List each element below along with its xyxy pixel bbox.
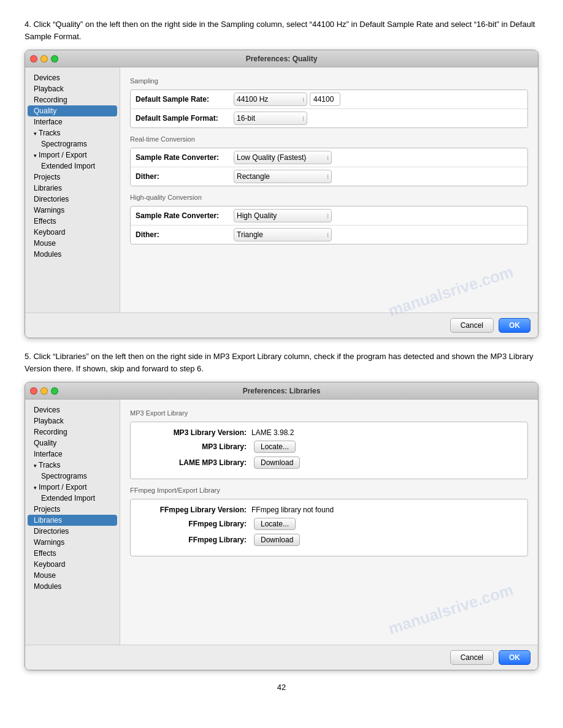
sidebar-item-recording-1[interactable]: Recording (25, 94, 120, 105)
sidebar-item-playback-2[interactable]: Playback (25, 415, 120, 427)
titlebar-buttons-1 (30, 55, 58, 63)
intro-text-2: 5. Click “Libraries” on the left then on… (25, 351, 538, 374)
sampling-box: Default Sample Rate: 44100 Hz ⁝ Default … (130, 89, 528, 128)
select-arrows-4: ⁝ (327, 173, 329, 180)
mp3-version-value: LAME 3.98.2 (251, 428, 520, 437)
sidebar-item-directories-2[interactable]: Directories (25, 526, 120, 537)
hq-sample-rate-select[interactable]: High Quality ⁝ (234, 209, 332, 222)
sidebar-item-mouse-1[interactable]: Mouse (25, 238, 120, 249)
hq-dither-label: Dither: (136, 230, 234, 239)
sample-rate-label: Default Sample Rate: (136, 95, 234, 104)
sidebar-item-interface-2[interactable]: Interface (25, 449, 120, 460)
sidebar-item-directories-1[interactable]: Directories (25, 194, 120, 205)
ffmpeg-version-value: FFmpeg library not found (251, 506, 520, 514)
sidebar-item-extimport-2[interactable]: Extended Import (25, 493, 120, 504)
sidebar-item-modules-2[interactable]: Modules (25, 581, 120, 592)
ffmpeg-version-row: FFmpeg Library Version: FFmpeg library n… (138, 506, 520, 514)
mp3-library-row: MP3 Library: Locate... (138, 441, 520, 453)
mp3-section-label: MP3 Export Library (130, 409, 528, 417)
minimize-btn-1[interactable] (40, 55, 48, 63)
minimize-btn-2[interactable] (40, 387, 48, 395)
sidebar-item-modules-1[interactable]: Modules (25, 249, 120, 260)
sampling-section-label: Sampling (130, 77, 528, 85)
sidebar-item-keyboard-2[interactable]: Keyboard (25, 559, 120, 570)
ffmpeg-download-controls: Download (251, 534, 520, 546)
mp3-locate-button[interactable]: Locate... (254, 441, 296, 453)
rt-dither-select[interactable]: Rectangle ⁝ (234, 170, 332, 183)
maximize-btn-1[interactable] (51, 55, 58, 63)
sidebar-item-libraries-2[interactable]: Libraries (28, 515, 117, 526)
sidebar-item-effects-2[interactable]: Effects (25, 548, 120, 559)
ffmpeg-library-row: FFmpeg Library: Locate... (138, 518, 520, 530)
rt-sample-rate-row: Sample Rate Converter: Low Quality (Fast… (131, 148, 527, 167)
sample-format-row: Default Sample Format: 16-bit ⁝ (131, 109, 527, 127)
close-btn-2[interactable] (30, 387, 37, 395)
maximize-btn-2[interactable] (51, 387, 58, 395)
select-arrows-6: ⁝ (327, 232, 329, 238)
close-btn-1[interactable] (30, 55, 37, 63)
sidebar-item-keyboard-1[interactable]: Keyboard (25, 227, 120, 238)
ok-button-2[interactable]: OK (499, 650, 530, 665)
ffmpeg-version-label: FFmpeg Library Version: (138, 506, 251, 514)
sidebar-item-spectrograms-1[interactable]: Spectrograms (25, 138, 120, 150)
sidebar-item-recording-2[interactable]: Recording (25, 427, 120, 438)
sidebar-item-projects-1[interactable]: Projects (25, 172, 120, 183)
cancel-button-2[interactable]: Cancel (450, 650, 494, 665)
sidebar-item-mouse-2[interactable]: Mouse (25, 570, 120, 581)
sample-format-control: 16-bit ⁝ (234, 112, 307, 125)
ffmpeg-box: FFmpeg Library Version: FFmpeg library n… (130, 499, 528, 556)
ffmpeg-download-button[interactable]: Download (254, 534, 300, 546)
sidebar-item-projects-2[interactable]: Projects (25, 504, 120, 515)
sidebar-item-importexport-1[interactable]: ▾Import / Export (25, 150, 120, 161)
sidebar-item-importexport-2[interactable]: ▾Import / Export (25, 482, 120, 493)
ffmpeg-locate-button[interactable]: Locate... (254, 518, 296, 530)
ffmpeg-lib-section: FFmpeg Library Version: FFmpeg library n… (131, 499, 527, 556)
hq-section-label: High-quality Conversion (130, 194, 528, 201)
mp3-version-label: MP3 Library Version: (138, 428, 251, 437)
rt-sample-rate-label: Sample Rate Converter: (136, 153, 234, 162)
sidebar-item-libraries-1[interactable]: Libraries (25, 183, 120, 194)
hq-box: Sample Rate Converter: High Quality ⁝ Di… (130, 206, 528, 245)
sample-format-select[interactable]: 16-bit ⁝ (234, 112, 307, 125)
cancel-button-1[interactable]: Cancel (450, 318, 494, 333)
intro-text-1: 4. Click “Quality” on the left then on t… (25, 18, 538, 42)
ffmpeg-library-label: FFmpeg Library: (138, 520, 251, 528)
mp3-library-label: MP3 Library: (138, 442, 251, 451)
sidebar-item-tracks-1[interactable]: ▾Tracks (25, 127, 120, 138)
sidebar-item-quality-2[interactable]: Quality (25, 438, 120, 449)
sample-rate-field[interactable] (310, 93, 340, 106)
hq-dither-row: Dither: Triangle ⁝ (131, 226, 527, 244)
sample-rate-control: 44100 Hz ⁝ (234, 93, 340, 106)
rt-sample-rate-select[interactable]: Low Quality (Fastest) ⁝ (234, 151, 332, 164)
sample-rate-select[interactable]: 44100 Hz ⁝ (234, 93, 307, 106)
sidebar-item-spectrograms-2[interactable]: Spectrograms (25, 471, 120, 482)
dialog-title-2: Preferences: Libraries (243, 387, 321, 395)
hq-dither-select[interactable]: Triangle ⁝ (234, 228, 332, 241)
page-number: 42 (25, 683, 538, 692)
sidebar-item-warnings-1[interactable]: Warnings (25, 205, 120, 216)
sidebar-item-extimport-1[interactable]: Extended Import (25, 161, 120, 172)
mp3-lib-section: MP3 Library Version: LAME 3.98.2 MP3 Lib… (131, 422, 527, 479)
watermark-1: manualsrive.com (386, 262, 516, 320)
dialog-titlebar-2: Preferences: Libraries (25, 382, 538, 400)
ok-button-1[interactable]: OK (499, 318, 530, 333)
sidebar-item-interface-1[interactable]: Interface (25, 116, 120, 127)
dialog-footer-1: Cancel OK (25, 313, 538, 338)
hq-sample-rate-label: Sample Rate Converter: (136, 211, 234, 220)
lame-download-button[interactable]: Download (254, 457, 300, 469)
lame-mp3-controls: Download (251, 457, 520, 469)
sidebar-item-devices-2[interactable]: Devices (25, 404, 120, 415)
sidebar-1: Devices Playback Recording Quality Inter… (25, 67, 120, 313)
titlebar-buttons-2 (30, 387, 58, 395)
dialog-footer-2: Cancel OK (25, 645, 538, 670)
sidebar-item-playback-1[interactable]: Playback (25, 83, 120, 94)
sidebar-item-warnings-2[interactable]: Warnings (25, 537, 120, 548)
rt-dither-label: Dither: (136, 172, 234, 181)
sidebar-item-tracks-2[interactable]: ▾Tracks (25, 460, 120, 471)
sidebar-item-devices-1[interactable]: Devices (25, 72, 120, 83)
sidebar-item-effects-1[interactable]: Effects (25, 216, 120, 227)
dialog-title-1: Preferences: Quality (246, 55, 318, 63)
sample-format-label: Default Sample Format: (136, 114, 234, 123)
dialog-libraries: Preferences: Libraries Devices Playback … (25, 382, 538, 670)
sidebar-item-quality-1[interactable]: Quality (28, 105, 117, 116)
